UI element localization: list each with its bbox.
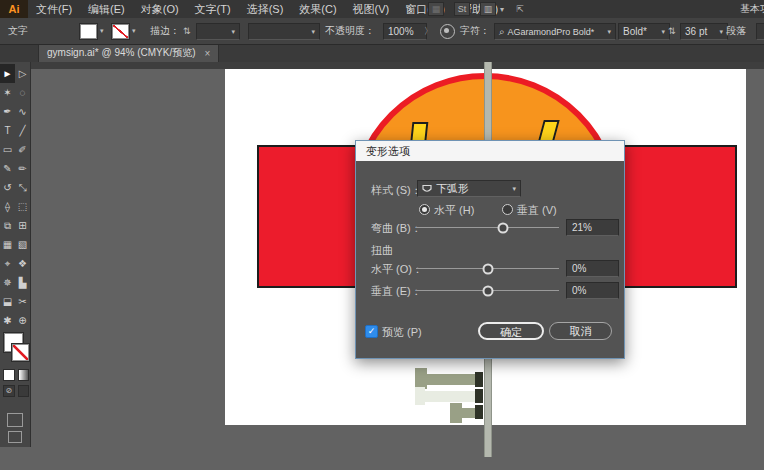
grid-icon[interactable]: ▦ bbox=[428, 2, 444, 16]
shape-builder-tool[interactable]: ⧉ bbox=[0, 216, 15, 235]
ok-button[interactable]: 确定 bbox=[478, 322, 544, 340]
stroke-label: 描边： bbox=[150, 18, 180, 44]
cancel-button[interactable]: 取消 bbox=[549, 322, 612, 340]
pen-tool[interactable]: ✒ bbox=[0, 102, 15, 121]
horizontal-distortion-value-field[interactable]: 0% bbox=[566, 260, 619, 277]
eyedropper-tool[interactable]: ⌖ bbox=[0, 254, 15, 273]
barbell-end[interactable] bbox=[475, 389, 483, 403]
workspace-name[interactable]: 基本功 bbox=[740, 0, 764, 18]
artboard-tool[interactable]: ⬓ bbox=[0, 292, 15, 311]
preview-label[interactable]: 预览 (P) bbox=[382, 325, 422, 340]
width-tool[interactable]: ⟠ bbox=[0, 197, 15, 216]
close-icon[interactable]: × bbox=[205, 48, 211, 59]
curvature-tool[interactable]: ∿ bbox=[15, 102, 30, 121]
menu-edit[interactable]: 编辑(E) bbox=[80, 0, 133, 18]
line-segment-tool[interactable]: ╱ bbox=[15, 121, 30, 140]
dialog-title[interactable]: 变形选项 bbox=[356, 141, 624, 161]
vertical-radio[interactable] bbox=[502, 204, 513, 215]
font-size-dropdown[interactable]: 36 pt▾ bbox=[680, 23, 728, 40]
app-logo[interactable]: Ai bbox=[0, 0, 28, 18]
pasteboard-top-strip bbox=[0, 62, 764, 69]
rotate-tool[interactable]: ↺ bbox=[0, 178, 15, 197]
none-mode-button[interactable]: ⊘ bbox=[3, 385, 15, 397]
stroke-swatch-none[interactable] bbox=[12, 344, 29, 361]
warp-style-dropdown[interactable]: 下弧形 ▾ bbox=[417, 180, 521, 197]
barbell-shaft[interactable] bbox=[424, 391, 477, 402]
selection-tool[interactable]: ► bbox=[0, 64, 15, 83]
sign-pole-upper[interactable] bbox=[484, 62, 492, 145]
stock-icon[interactable]: St bbox=[454, 2, 470, 16]
perspective-grid-tool[interactable]: ⊞ bbox=[15, 216, 30, 235]
barbell-end[interactable] bbox=[475, 405, 483, 419]
slice-tool[interactable]: ✂ bbox=[15, 292, 30, 311]
vertical-slider-handle[interactable] bbox=[482, 285, 493, 296]
column-graph-tool[interactable]: ▙ bbox=[15, 273, 30, 292]
barbell-cap[interactable] bbox=[415, 368, 427, 389]
bend-slider-handle[interactable] bbox=[497, 222, 508, 233]
menu-type[interactable]: 文字(T) bbox=[187, 0, 239, 18]
screen-mode-button[interactable] bbox=[8, 431, 22, 443]
menu-object[interactable]: 对象(O) bbox=[133, 0, 187, 18]
share-icon[interactable]: ⇱ bbox=[514, 3, 526, 15]
pencil-tool[interactable]: ✎ bbox=[0, 159, 15, 178]
symbol-sprayer-tool[interactable]: ✵ bbox=[0, 273, 15, 292]
horizontal-distortion-label: 水平 (O)： bbox=[371, 262, 423, 277]
horizontal-radio[interactable] bbox=[419, 204, 430, 215]
draw-mode-button[interactable] bbox=[7, 413, 23, 427]
horizontal-radio-label[interactable]: 水平 (H) bbox=[434, 203, 474, 218]
bend-value-field[interactable]: 21% bbox=[566, 219, 619, 236]
bend-slider[interactable] bbox=[416, 227, 559, 228]
color-mode-button[interactable] bbox=[3, 369, 15, 381]
gradient-mode-button[interactable] bbox=[18, 369, 30, 381]
brush-dropdown[interactable]: ▾ bbox=[248, 23, 320, 40]
recolor-artwork-icon[interactable] bbox=[440, 18, 455, 44]
horizontal-slider-handle[interactable] bbox=[482, 263, 493, 274]
rectangle-tool[interactable]: ▭ bbox=[0, 140, 15, 159]
chevron-down-icon: ▾ bbox=[661, 28, 665, 36]
chevron-down-icon[interactable]: ▾ bbox=[500, 5, 504, 14]
lasso-tool[interactable]: ◌ bbox=[15, 83, 30, 102]
vertical-distortion-value-field[interactable]: 0% bbox=[566, 282, 619, 299]
workspace-switcher-icon[interactable]: ▥ bbox=[480, 2, 496, 16]
font-size-stepper[interactable]: ⇅ bbox=[668, 18, 678, 44]
clipped-panel-icon[interactable] bbox=[756, 23, 764, 40]
shaper-tool[interactable]: ✏ bbox=[15, 159, 30, 178]
type-tool[interactable]: T bbox=[0, 121, 15, 140]
swap-colors-button[interactable] bbox=[18, 385, 30, 397]
menu-effect[interactable]: 效果(C) bbox=[291, 0, 344, 18]
free-transform-tool[interactable]: ⬚ bbox=[15, 197, 30, 216]
scale-tool[interactable]: ⤡ bbox=[15, 178, 30, 197]
preview-checkbox[interactable]: ✓ bbox=[365, 325, 378, 338]
stroke-color-swatch[interactable]: ▾ bbox=[112, 18, 136, 44]
hand-tool[interactable]: ✱ bbox=[0, 311, 15, 330]
menu-select[interactable]: 选择(S) bbox=[239, 0, 292, 18]
barbell-end[interactable] bbox=[475, 372, 483, 387]
vertical-radio-label[interactable]: 垂直 (V) bbox=[517, 203, 557, 218]
magic-wand-tool[interactable]: ✶ bbox=[0, 83, 15, 102]
stroke-width-dropdown[interactable]: ▾ bbox=[196, 23, 240, 40]
document-tab[interactable]: gymsign.ai* @ 94% (CMYK/预览) × bbox=[38, 44, 219, 62]
document-title: gymsign.ai* @ 94% (CMYK/预览) bbox=[47, 46, 196, 60]
opacity-menu-chevron[interactable]: 〉 bbox=[424, 18, 433, 44]
gradient-tool[interactable]: ▧ bbox=[15, 235, 30, 254]
font-family-field[interactable]: ⌕AGaramondPro Bold*▾ bbox=[494, 23, 616, 40]
blend-tool[interactable]: ❖ bbox=[15, 254, 30, 273]
barbell-shaft[interactable] bbox=[427, 374, 477, 385]
sign-pole-lower[interactable] bbox=[484, 358, 492, 457]
font-style-dropdown[interactable]: Bold*▾ bbox=[618, 23, 670, 40]
vertical-distortion-slider[interactable] bbox=[416, 290, 559, 291]
menu-view[interactable]: 视图(V) bbox=[345, 0, 398, 18]
character-panel-link[interactable]: 字符： bbox=[460, 18, 490, 44]
menu-bar: Ai 文件(F)编辑(E)对象(O)文字(T)选择(S)效果(C)视图(V)窗口… bbox=[0, 0, 764, 18]
menu-file[interactable]: 文件(F) bbox=[28, 0, 80, 18]
horizontal-distortion-slider[interactable] bbox=[416, 268, 559, 269]
opacity-value[interactable]: 100% bbox=[383, 23, 427, 40]
direct-selection-tool[interactable]: ▷ bbox=[15, 64, 30, 83]
font-family-value: AGaramondPro Bold* bbox=[508, 27, 595, 37]
paragraph-panel-link[interactable]: 段落 bbox=[726, 18, 746, 44]
mesh-tool[interactable]: ▦ bbox=[0, 235, 15, 254]
zoom-tool[interactable]: ⊕ bbox=[15, 311, 30, 330]
fill-color-swatch[interactable]: ▾ bbox=[80, 18, 104, 44]
stroke-width-stepper[interactable]: ⇅ bbox=[183, 18, 193, 44]
paintbrush-tool[interactable]: ✐ bbox=[15, 140, 30, 159]
